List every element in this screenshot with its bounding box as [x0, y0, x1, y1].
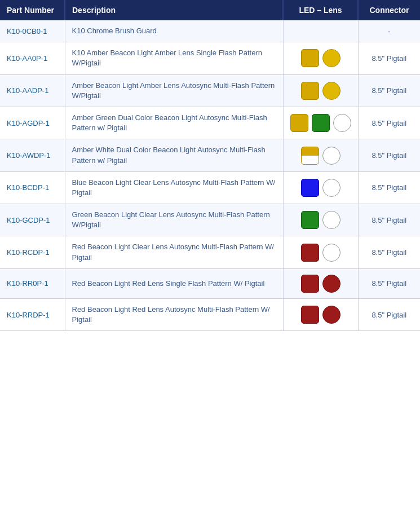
table-row: K10-RRDP-1Red Beacon Light Red Lens Auto…	[0, 298, 420, 330]
led-lens	[283, 139, 358, 171]
led-lens	[283, 236, 358, 268]
connector: -	[358, 20, 420, 42]
description: Green Beacon Light Clear Lens Autosync M…	[65, 204, 283, 236]
description: Amber Green Dual Color Beacon Light Auto…	[65, 107, 283, 139]
description: Amber Beacon Light Amber Lens Autosync M…	[65, 74, 283, 107]
table-row: K10-GCDP-1Green Beacon Light Clear Lens …	[0, 204, 420, 236]
table-row: K10-RR0P-1Red Beacon Light Red Lens Sing…	[0, 268, 420, 298]
part-number: K10-0CB0-1	[0, 20, 65, 42]
led-shape-2	[322, 211, 341, 229]
part-number: K10-AADP-1	[0, 74, 65, 107]
led-shape-2	[322, 179, 341, 197]
table-row: K10-AADP-1Amber Beacon Light Amber Lens …	[0, 74, 420, 107]
led-shape-1	[301, 179, 319, 197]
led-shape-2	[322, 306, 341, 324]
description: K10 Chrome Brush Guard	[65, 20, 283, 42]
led-shape-1	[301, 306, 319, 324]
led-lens	[283, 171, 358, 204]
table-row: K10-AA0P-1K10 Amber Beacon Light Amber L…	[0, 42, 420, 74]
connector: 8.5" Pigtail	[358, 74, 420, 107]
table-row: K10-AGDP-1Amber Green Dual Color Beacon …	[0, 107, 420, 139]
connector: 8.5" Pigtail	[358, 204, 420, 236]
led-lens	[283, 268, 358, 298]
led-lens	[283, 107, 358, 139]
header-description: Description	[65, 0, 283, 20]
connector: 8.5" Pigtail	[358, 42, 420, 74]
led-shape-1	[301, 49, 319, 67]
led-lens	[283, 298, 358, 330]
part-number: K10-GCDP-1	[0, 204, 65, 236]
table-row: K10-AWDP-1Amber White Dual Color Beacon …	[0, 139, 420, 171]
table-row: K10-0CB0-1K10 Chrome Brush Guard-	[0, 20, 420, 42]
connector: 8.5" Pigtail	[358, 139, 420, 171]
table-row: K10-BCDP-1Blue Beacon Light Clear Lens A…	[0, 171, 420, 204]
led-shape-2	[322, 147, 341, 165]
part-number: K10-BCDP-1	[0, 171, 65, 204]
part-number: K10-RR0P-1	[0, 268, 65, 298]
description: Red Beacon Light Red Lens Autosync Multi…	[65, 298, 283, 330]
connector: 8.5" Pigtail	[358, 171, 420, 204]
part-number: K10-AA0P-1	[0, 42, 65, 74]
led-shape-1	[301, 82, 319, 100]
header-part-number: Part Number	[0, 0, 65, 20]
connector: 8.5" Pigtail	[358, 268, 420, 298]
description: Amber White Dual Color Beacon Light Auto…	[65, 139, 283, 171]
connector: 8.5" Pigtail	[358, 236, 420, 268]
part-number: K10-AWDP-1	[0, 139, 65, 171]
header-led-lens: LED – Lens	[283, 0, 358, 20]
parts-table: Part Number Description LED – Lens Conne…	[0, 0, 420, 331]
led-shape-1	[301, 244, 319, 262]
part-number: K10-RRDP-1	[0, 298, 65, 330]
led-shape-1	[301, 211, 319, 229]
led-lens	[283, 204, 358, 236]
led-lens	[283, 42, 358, 74]
header-connector: Connector	[358, 0, 420, 20]
led-lens	[283, 20, 358, 42]
led-shape-1	[301, 147, 319, 165]
led-shape-2	[322, 244, 341, 262]
connector: 8.5" Pigtail	[358, 298, 420, 330]
led-shape-1	[301, 275, 319, 293]
description: Blue Beacon Light Clear Lens Autosync Mu…	[65, 171, 283, 204]
led-shape-2	[322, 49, 341, 67]
description: Red Beacon Light Red Lens Single Flash P…	[65, 268, 283, 298]
led-shape-2	[322, 82, 341, 100]
part-number: K10-AGDP-1	[0, 107, 65, 139]
description: Red Beacon Light Clear Lens Autosync Mul…	[65, 236, 283, 268]
description: K10 Amber Beacon Light Amber Lens Single…	[65, 42, 283, 74]
part-number: K10-RCDP-1	[0, 236, 65, 268]
table-row: K10-RCDP-1Red Beacon Light Clear Lens Au…	[0, 236, 420, 268]
connector: 8.5" Pigtail	[358, 107, 420, 139]
led-shape-2	[322, 275, 341, 293]
led-lens	[283, 74, 358, 107]
